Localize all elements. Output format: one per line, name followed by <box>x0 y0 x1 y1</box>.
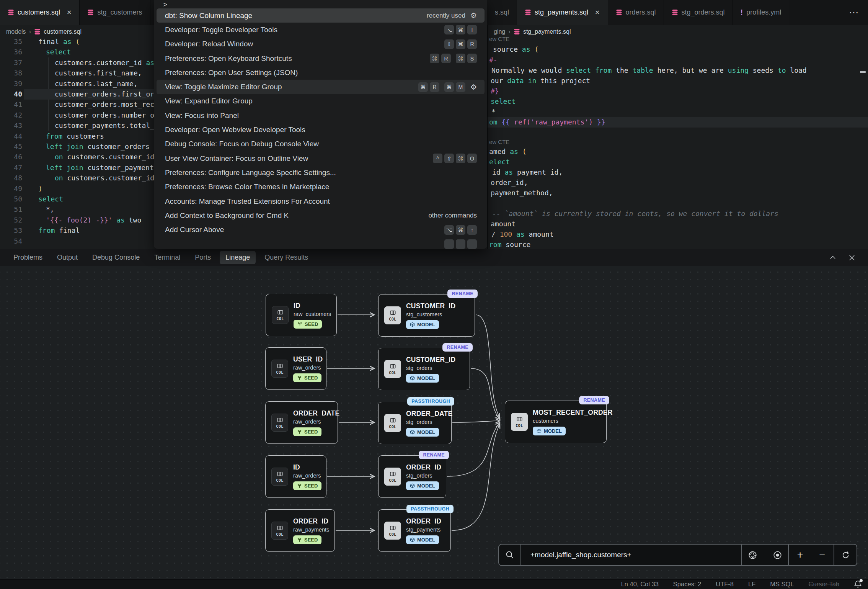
command-item-label: Debug Console: Focus on Debug Console Vi… <box>165 140 477 148</box>
zoom-in-button[interactable]: + <box>797 550 803 560</box>
chevron-up-icon[interactable] <box>829 254 837 262</box>
panel-tab-lineage[interactable]: Lineage <box>220 251 256 264</box>
node-info: ORDER_DATEraw_ordersSEED <box>293 409 339 436</box>
gear-icon[interactable]: ⚙ <box>470 12 477 19</box>
command-item[interactable]: Developer: Open Webview Developer Tools <box>157 123 485 137</box>
notifications-bell-icon[interactable] <box>854 580 862 588</box>
node-info: ORDER_IDstg_paymentsMODEL <box>406 517 441 544</box>
lineage-node-raw_customers-id[interactable]: COLIDraw_customersSEED <box>266 294 337 336</box>
status-item-ms-sql[interactable]: MS SQL <box>770 581 794 588</box>
tab-stg_payments.sql[interactable]: stg_payments.sql✕ <box>517 0 608 25</box>
breadcrumb-path[interactable]: models <box>6 28 26 35</box>
node-info: ORDER_IDraw_paymentsSEED <box>293 517 329 544</box>
close-panel-icon[interactable] <box>848 254 856 262</box>
command-item[interactable]: View: Focus into Panel <box>157 108 485 123</box>
model-badge: MODEL <box>406 320 439 329</box>
command-item-extras: ⌥⌘I <box>444 25 477 34</box>
status-item-cursor-tab[interactable]: Cursor Tab <box>809 581 839 588</box>
editor-stg-payments-sql[interactable]: ging › stg_payments.sql ew CTEsource as … <box>487 25 868 249</box>
breadcrumb-path[interactable]: ging <box>494 28 505 35</box>
search-icon[interactable] <box>499 545 521 565</box>
tab-customers.sql[interactable]: customers.sql✕ <box>0 0 80 25</box>
command-item[interactable] <box>157 237 485 249</box>
panel-tab-ports[interactable]: Ports <box>189 251 217 264</box>
lineage-node-raw_orders-id[interactable]: COLIDraw_ordersSEED <box>265 455 326 498</box>
database-icon <box>672 9 678 16</box>
command-item[interactable]: Preferences: Configure Language Specific… <box>157 165 485 180</box>
command-item[interactable]: View: Expand Editor Group <box>157 94 485 108</box>
command-palette-input[interactable]: > <box>154 0 487 8</box>
gear-icon[interactable]: ⚙ <box>470 83 477 91</box>
command-palette: > dbt: Show Column Lineagerecently used⚙… <box>154 0 487 249</box>
panel-tab-terminal[interactable]: Terminal <box>148 251 186 264</box>
node-info: ORDER_IDstg_ordersMODEL <box>406 463 441 490</box>
tab-s.sql[interactable]: s.sql <box>487 0 517 25</box>
command-item[interactable]: Developer: Reload Window⇧⌘R <box>157 37 485 51</box>
command-item[interactable]: Add Context to Background for Cmd Kother… <box>157 208 485 223</box>
lineage-node-customers-most_recent_order[interactable]: COLMOST_RECENT_ORDERcustomersMODELRENAME <box>505 401 607 443</box>
breadcrumb[interactable]: ging › stg_payments.sql <box>494 27 571 36</box>
code-line: our data in this project <box>491 75 590 86</box>
close-icon[interactable]: ✕ <box>67 9 72 16</box>
indent-guide <box>40 47 40 183</box>
lineage-node-raw_orders-user_id[interactable]: COLUSER_IDraw_ordersSEED <box>265 347 326 390</box>
lineage-node-stg_payments-order_id[interactable]: COLORDER_IDstg_paymentsMODELPASSTHROUGH <box>378 509 451 552</box>
command-item[interactable]: Debug Console: Focus on Debug Console Vi… <box>157 137 485 151</box>
tab-group-left: customers.sql✕stg_customers <box>0 0 150 25</box>
panel-tab-debug-console[interactable]: Debug Console <box>86 251 145 264</box>
close-icon[interactable]: ✕ <box>595 9 600 16</box>
lineage-node-stg_customers-customer_id[interactable]: COLCUSTOMER_IDstg_customersMODELRENAME <box>378 294 475 337</box>
node-info: IDraw_ordersSEED <box>293 463 321 490</box>
command-item[interactable]: Preferences: Open User Settings (JSON) <box>157 65 485 80</box>
command-item[interactable]: Preferences: Browse Color Themes in Mark… <box>157 180 485 194</box>
command-item[interactable]: User View Container: Focus on Outline Vi… <box>157 151 485 165</box>
command-item[interactable]: Developer: Toggle Developer Tools⌥⌘I <box>157 23 485 37</box>
aperture-icon[interactable] <box>748 550 757 560</box>
command-item[interactable]: Add Cursor Above⌥⌘↑ <box>157 223 485 237</box>
lineage-node-stg_orders-customer_id[interactable]: COLCUSTOMER_IDstg_ordersMODELRENAME <box>378 348 470 390</box>
code-line: final as ( <box>38 36 80 47</box>
command-item-extras <box>444 239 477 249</box>
panel-tab-output[interactable]: Output <box>51 251 83 264</box>
column-icon-label: COL <box>389 425 396 429</box>
status-item-utf-8[interactable]: UTF-8 <box>716 581 734 588</box>
lineage-canvas[interactable]: COLIDraw_customersSEEDCOLUSER_IDraw_orde… <box>0 266 868 589</box>
code-line: customers.first_name, <box>55 68 142 78</box>
code-line: om {{ ref('raw_payments') }} <box>489 117 605 127</box>
breadcrumb-file[interactable]: stg_payments.sql <box>523 28 571 35</box>
line-number: 54 <box>0 236 22 246</box>
node-subtitle: stg_orders <box>406 419 432 425</box>
tab-profiles.yml[interactable]: !profiles.yml <box>733 0 790 25</box>
lineage-search-input[interactable] <box>530 550 733 560</box>
lineage-node-stg_orders-order_id[interactable]: COLORDER_IDstg_ordersMODELRENAME <box>378 455 446 498</box>
breadcrumb[interactable]: models › customers.sql <box>6 27 82 36</box>
status-item-lf[interactable]: LF <box>748 581 755 588</box>
command-item[interactable]: View: Toggle Maximize Editor Group⌘R⌘M⚙ <box>157 80 485 94</box>
command-item[interactable]: dbt: Show Column Lineagerecently used⚙ <box>157 8 485 23</box>
breadcrumb-file[interactable]: customers.sql <box>44 28 82 35</box>
lineage-node-stg_orders-order_date[interactable]: COLORDER_DATEstg_ordersMODELPASSTHROUGH <box>378 402 452 444</box>
lineage-search-bar: + − <box>498 544 857 566</box>
more-actions-icon[interactable]: ⋯ <box>844 0 865 25</box>
cube-icon <box>410 376 415 381</box>
panel-tab-problems[interactable]: Problems <box>8 251 48 264</box>
node-subtitle: customers <box>533 418 558 424</box>
column-icon: COL <box>384 306 401 324</box>
refresh-icon[interactable] <box>834 545 857 565</box>
lineage-node-raw_payments-order_id[interactable]: COLORDER_IDraw_paymentsSEED <box>265 509 335 552</box>
tab-stg_customers[interactable]: stg_customers <box>80 0 150 25</box>
lineage-node-raw_orders-order_date[interactable]: COLORDER_DATEraw_ordersSEED <box>265 401 338 444</box>
command-item[interactable]: Accounts: Manage Trusted Extensions For … <box>157 194 485 208</box>
notification-dot <box>860 579 863 582</box>
zoom-out-button[interactable]: − <box>819 550 826 560</box>
lineage-search-input-wrap <box>521 545 742 565</box>
eye-icon[interactable] <box>773 550 782 560</box>
panel-tab-query-results[interactable]: Query Results <box>259 251 314 264</box>
seed-badge: SEED <box>293 427 321 436</box>
tab-stg_orders.sql[interactable]: stg_orders.sql <box>664 0 733 25</box>
command-item[interactable]: Preferences: Open Keyboard Shortcuts⌘R⌘S <box>157 51 485 65</box>
status-item-ln-40-col-33[interactable]: Ln 40, Col 33 <box>621 581 659 588</box>
status-item-spaces-2[interactable]: Spaces: 2 <box>673 581 701 588</box>
node-subtitle: raw_orders <box>293 365 321 371</box>
tab-orders.sql[interactable]: orders.sql <box>608 0 664 25</box>
